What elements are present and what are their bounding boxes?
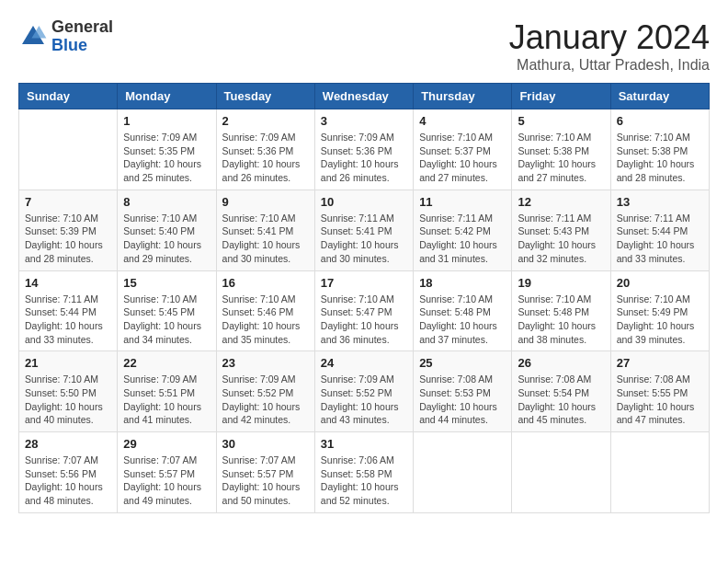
day-cell: 23Sunrise: 7:09 AMSunset: 5:52 PMDayligh… [216,351,314,432]
week-row-4: 28Sunrise: 7:07 AMSunset: 5:56 PMDayligh… [19,432,710,513]
day-cell: 8Sunrise: 7:10 AMSunset: 5:40 PMDaylight… [118,190,216,270]
day-cell: 12Sunrise: 7:11 AMSunset: 5:43 PMDayligh… [512,190,610,270]
weekday-header-tuesday: Tuesday [216,84,314,109]
day-info: Sunrise: 7:09 AMSunset: 5:52 PMDaylight:… [222,373,309,427]
weekday-header-friday: Friday [512,84,610,109]
title-section: January 2024 Mathura, Uttar Pradesh, Ind… [509,18,710,74]
day-cell [512,432,610,513]
day-cell: 11Sunrise: 7:11 AMSunset: 5:42 PMDayligh… [414,190,512,270]
day-number: 9 [222,195,309,209]
day-info: Sunrise: 7:08 AMSunset: 5:55 PMDaylight:… [617,373,703,427]
day-number: 31 [321,437,407,451]
day-number: 24 [321,356,407,370]
day-info: Sunrise: 7:10 AMSunset: 5:41 PMDaylight:… [222,212,309,266]
day-number: 8 [123,195,210,209]
header: General Blue January 2024 Mathura, Uttar… [18,18,710,74]
day-number: 28 [25,437,111,451]
day-number: 11 [419,195,506,209]
day-info: Sunrise: 7:11 AMSunset: 5:44 PMDaylight:… [25,293,111,347]
day-cell: 6Sunrise: 7:10 AMSunset: 5:38 PMDaylight… [610,109,709,190]
weekday-header-saturday: Saturday [610,84,709,109]
day-info: Sunrise: 7:10 AMSunset: 5:50 PMDaylight:… [25,373,111,427]
day-cell: 1Sunrise: 7:09 AMSunset: 5:35 PMDaylight… [118,109,216,190]
day-cell: 15Sunrise: 7:10 AMSunset: 5:45 PMDayligh… [118,270,216,351]
day-number: 10 [321,195,407,209]
week-row-3: 21Sunrise: 7:10 AMSunset: 5:50 PMDayligh… [19,351,710,432]
day-info: Sunrise: 7:07 AMSunset: 5:56 PMDaylight:… [25,454,111,508]
day-info: Sunrise: 7:09 AMSunset: 5:36 PMDaylight:… [321,131,407,185]
calendar-header: SundayMondayTuesdayWednesdayThursdayFrid… [19,84,710,109]
day-cell: 27Sunrise: 7:08 AMSunset: 5:55 PMDayligh… [610,351,709,432]
calendar-table: SundayMondayTuesdayWednesdayThursdayFrid… [18,83,710,513]
day-info: Sunrise: 7:09 AMSunset: 5:52 PMDaylight:… [321,373,407,427]
day-cell: 14Sunrise: 7:11 AMSunset: 5:44 PMDayligh… [19,270,118,351]
day-info: Sunrise: 7:10 AMSunset: 5:40 PMDaylight:… [123,212,210,266]
day-info: Sunrise: 7:11 AMSunset: 5:43 PMDaylight:… [518,212,604,266]
day-number: 14 [25,276,111,290]
day-cell: 28Sunrise: 7:07 AMSunset: 5:56 PMDayligh… [19,432,118,513]
day-number: 2 [222,114,309,128]
day-info: Sunrise: 7:09 AMSunset: 5:35 PMDaylight:… [123,131,210,185]
day-number: 1 [123,114,210,128]
day-cell: 17Sunrise: 7:10 AMSunset: 5:47 PMDayligh… [314,270,413,351]
day-cell: 30Sunrise: 7:07 AMSunset: 5:57 PMDayligh… [216,432,314,513]
month-title: January 2024 [509,18,710,57]
day-number: 21 [25,356,111,370]
day-number: 4 [419,114,506,128]
logo: General Blue [18,18,113,55]
day-cell: 4Sunrise: 7:10 AMSunset: 5:37 PMDaylight… [414,109,512,190]
day-cell: 3Sunrise: 7:09 AMSunset: 5:36 PMDaylight… [314,109,413,190]
day-number: 25 [419,356,506,370]
day-info: Sunrise: 7:10 AMSunset: 5:38 PMDaylight:… [518,131,604,185]
weekday-header-wednesday: Wednesday [314,84,413,109]
day-number: 29 [123,437,210,451]
logo-text: General Blue [51,18,113,55]
day-cell: 21Sunrise: 7:10 AMSunset: 5:50 PMDayligh… [19,351,118,432]
logo-blue-text: Blue [51,37,113,55]
day-info: Sunrise: 7:10 AMSunset: 5:47 PMDaylight:… [321,293,407,347]
day-number: 13 [617,195,703,209]
day-info: Sunrise: 7:10 AMSunset: 5:39 PMDaylight:… [25,212,111,266]
day-number: 27 [617,356,703,370]
day-number: 12 [518,195,604,209]
logo-general-text: General [51,18,113,37]
day-cell: 29Sunrise: 7:07 AMSunset: 5:57 PMDayligh… [118,432,216,513]
day-cell [19,109,118,190]
day-cell: 31Sunrise: 7:06 AMSunset: 5:58 PMDayligh… [314,432,413,513]
day-number: 3 [321,114,407,128]
day-number: 17 [321,276,407,290]
day-number: 5 [518,114,604,128]
day-cell: 9Sunrise: 7:10 AMSunset: 5:41 PMDaylight… [216,190,314,270]
day-number: 19 [518,276,604,290]
day-cell [414,432,512,513]
day-info: Sunrise: 7:10 AMSunset: 5:48 PMDaylight:… [518,293,604,347]
day-cell: 25Sunrise: 7:08 AMSunset: 5:53 PMDayligh… [414,351,512,432]
day-number: 20 [617,276,703,290]
week-row-2: 14Sunrise: 7:11 AMSunset: 5:44 PMDayligh… [19,270,710,351]
day-cell: 7Sunrise: 7:10 AMSunset: 5:39 PMDaylight… [19,190,118,270]
day-cell: 10Sunrise: 7:11 AMSunset: 5:41 PMDayligh… [314,190,413,270]
day-cell: 22Sunrise: 7:09 AMSunset: 5:51 PMDayligh… [118,351,216,432]
day-number: 7 [25,195,111,209]
day-cell: 18Sunrise: 7:10 AMSunset: 5:48 PMDayligh… [414,270,512,351]
weekday-header-thursday: Thursday [414,84,512,109]
weekday-header-sunday: Sunday [19,84,118,109]
day-info: Sunrise: 7:07 AMSunset: 5:57 PMDaylight:… [222,454,309,508]
day-number: 26 [518,356,604,370]
day-info: Sunrise: 7:08 AMSunset: 5:53 PMDaylight:… [419,373,506,427]
day-info: Sunrise: 7:10 AMSunset: 5:48 PMDaylight:… [419,293,506,347]
page-container: General Blue January 2024 Mathura, Uttar… [18,18,710,513]
day-info: Sunrise: 7:11 AMSunset: 5:42 PMDaylight:… [419,212,506,266]
day-cell: 20Sunrise: 7:10 AMSunset: 5:49 PMDayligh… [610,270,709,351]
day-cell: 26Sunrise: 7:08 AMSunset: 5:54 PMDayligh… [512,351,610,432]
day-info: Sunrise: 7:09 AMSunset: 5:51 PMDaylight:… [123,373,210,427]
day-number: 15 [123,276,210,290]
day-cell: 2Sunrise: 7:09 AMSunset: 5:36 PMDaylight… [216,109,314,190]
day-number: 6 [617,114,703,128]
day-info: Sunrise: 7:11 AMSunset: 5:44 PMDaylight:… [617,212,703,266]
weekday-header-monday: Monday [118,84,216,109]
day-info: Sunrise: 7:10 AMSunset: 5:37 PMDaylight:… [419,131,506,185]
day-info: Sunrise: 7:10 AMSunset: 5:45 PMDaylight:… [123,293,210,347]
logo-icon [18,22,48,52]
day-info: Sunrise: 7:09 AMSunset: 5:36 PMDaylight:… [222,131,309,185]
